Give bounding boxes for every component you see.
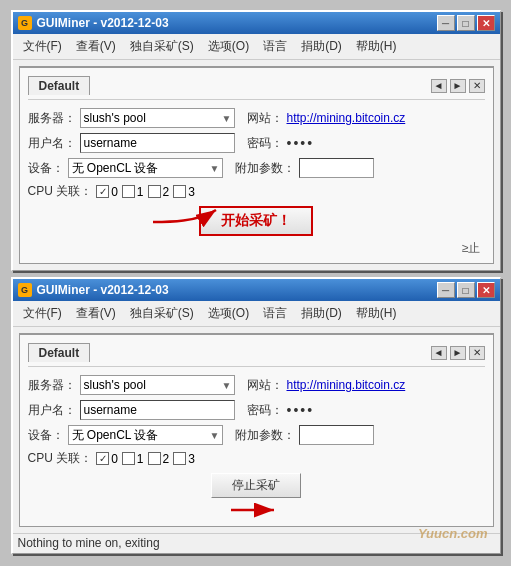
arrow-annotation-1 xyxy=(148,192,228,233)
cpu-check-0-wrap-1: 0 xyxy=(96,185,118,199)
stop-arrow-area xyxy=(28,502,485,520)
panel-tab-2[interactable]: Default xyxy=(28,343,91,362)
extra-params-input-2[interactable] xyxy=(299,425,374,445)
website-link-2[interactable]: http://mining.bitcoin.cz xyxy=(287,378,406,392)
menu-language-1[interactable]: 语言 xyxy=(257,36,293,57)
server-label-2: 服务器： xyxy=(28,377,76,394)
device-arrow-2: ▼ xyxy=(210,430,220,441)
menu-solo-2[interactable]: 独自采矿(S) xyxy=(124,303,200,324)
app-icon-1: G xyxy=(18,16,32,30)
menu-bar-1: 文件(F) 查看(V) 独自采矿(S) 选项(O) 语言 捐助(D) 帮助(H) xyxy=(13,34,500,60)
website-label-2: 网站： xyxy=(247,377,283,394)
title-text-2: GUIMiner - v2012-12-03 xyxy=(37,283,437,297)
user-label-2: 用户名： xyxy=(28,402,76,419)
user-row-2: 用户名： 密码： •••• xyxy=(28,400,485,420)
extra-params-label-1: 附加参数： xyxy=(235,160,295,177)
panel-1: Default ◄ ► ✕ 服务器： slush's pool ▼ 网站： xyxy=(19,66,494,264)
menu-view-1[interactable]: 查看(V) xyxy=(70,36,122,57)
dropdown-arrow-1: ▼ xyxy=(222,113,232,124)
app-icon-2: G xyxy=(18,283,32,297)
cpu-checkbox-0-2[interactable] xyxy=(96,452,109,465)
panel-tab-1[interactable]: Default xyxy=(28,76,91,95)
panel-nav-1: ◄ ► ✕ xyxy=(431,79,485,93)
cpu-checkbox-2-2[interactable] xyxy=(148,452,161,465)
device-dropdown-2[interactable]: 无 OpenCL 设备 ▼ xyxy=(68,425,223,445)
menu-options-1[interactable]: 选项(O) xyxy=(202,36,255,57)
device-label-1: 设备： xyxy=(28,160,64,177)
cpu-checkbox-1-1[interactable] xyxy=(122,185,135,198)
user-input-1[interactable] xyxy=(80,133,235,153)
restore-button-2[interactable]: □ xyxy=(457,282,475,298)
server-dropdown-1[interactable]: slush's pool ▼ xyxy=(80,108,235,128)
minimize-button-1[interactable]: ─ xyxy=(437,15,455,31)
server-dropdown-2[interactable]: slush's pool ▼ xyxy=(80,375,235,395)
menu-language-2[interactable]: 语言 xyxy=(257,303,293,324)
password-display-1: •••• xyxy=(287,135,315,151)
button-row-1: 开始采矿！ xyxy=(28,206,485,236)
device-label-2: 设备： xyxy=(28,427,64,444)
cpu-checkbox-3-2[interactable] xyxy=(173,452,186,465)
stop-button-2[interactable]: 停止采矿 xyxy=(211,473,301,498)
cpu-checkbox-1-2[interactable] xyxy=(122,452,135,465)
panel-area-1: Default ◄ ► ✕ 服务器： slush's pool ▼ 网站： xyxy=(13,60,500,270)
status-text-2: Nothing to mine on, exiting xyxy=(18,536,160,550)
panel-prev-1[interactable]: ◄ xyxy=(431,79,447,93)
dropdown-arrow-2: ▼ xyxy=(222,380,232,391)
restore-button-1[interactable]: □ xyxy=(457,15,475,31)
menu-donate-2[interactable]: 捐助(D) xyxy=(295,303,348,324)
password-label-2: 密码： xyxy=(247,402,283,419)
stop-arrow-svg xyxy=(226,502,286,520)
menu-donate-1[interactable]: 捐助(D) xyxy=(295,36,348,57)
extra-params-input-1[interactable] xyxy=(299,158,374,178)
close-button-2[interactable]: ✕ xyxy=(477,282,495,298)
button-row-2: 停止采矿 xyxy=(28,473,485,498)
panel-nav-2: ◄ ► ✕ xyxy=(431,346,485,360)
cpu-checkbox-0-1[interactable] xyxy=(96,185,109,198)
user-row-1: 用户名： 密码： •••• xyxy=(28,133,485,153)
server-row-2: 服务器： slush's pool ▼ 网站： http://mining.bi… xyxy=(28,375,485,395)
panel-next-2[interactable]: ► xyxy=(450,346,466,360)
menu-bar-2: 文件(F) 查看(V) 独自采矿(S) 选项(O) 语言 捐助(D) 帮助(H) xyxy=(13,301,500,327)
panel-prev-2[interactable]: ◄ xyxy=(431,346,447,360)
title-bar-1: G GUIMiner - v2012-12-03 ─ □ ✕ xyxy=(13,12,500,34)
close-button-1[interactable]: ✕ xyxy=(477,15,495,31)
cpu-label-2: CPU 关联： xyxy=(28,450,93,467)
device-row-1: 设备： 无 OpenCL 设备 ▼ 附加参数： xyxy=(28,158,485,178)
cpu-check-1-wrap-2: 1 xyxy=(122,452,144,466)
website-link-1[interactable]: http://mining.bitcoin.cz xyxy=(287,111,406,125)
extra-params-label-2: 附加参数： xyxy=(235,427,295,444)
cpu-check-2-wrap-2: 2 xyxy=(148,452,170,466)
menu-options-2[interactable]: 选项(O) xyxy=(202,303,255,324)
password-display-2: •••• xyxy=(287,402,315,418)
device-dropdown-1[interactable]: 无 OpenCL 设备 ▼ xyxy=(68,158,223,178)
stop-hint-1: ≥止 xyxy=(28,240,485,257)
menu-help-2[interactable]: 帮助(H) xyxy=(350,303,403,324)
title-text-1: GUIMiner - v2012-12-03 xyxy=(37,16,437,30)
panel-header-1: Default ◄ ► ✕ xyxy=(28,76,485,100)
menu-view-2[interactable]: 查看(V) xyxy=(70,303,122,324)
title-bar-2: G GUIMiner - v2012-12-03 ─ □ ✕ xyxy=(13,279,500,301)
panel-area-2: Default ◄ ► ✕ 服务器： slush's pool ▼ 网站： xyxy=(13,327,500,533)
device-row-2: 设备： 无 OpenCL 设备 ▼ 附加参数： xyxy=(28,425,485,445)
status-bar-2: Nothing to mine on, exiting xyxy=(13,533,500,553)
panel-next-1[interactable]: ► xyxy=(450,79,466,93)
website-label-1: 网站： xyxy=(247,110,283,127)
minimize-button-2[interactable]: ─ xyxy=(437,282,455,298)
menu-solo-1[interactable]: 独自采矿(S) xyxy=(124,36,200,57)
panel-header-2: Default ◄ ► ✕ xyxy=(28,343,485,367)
panel-close-1[interactable]: ✕ xyxy=(469,79,485,93)
menu-help-1[interactable]: 帮助(H) xyxy=(350,36,403,57)
server-label-1: 服务器： xyxy=(28,110,76,127)
menu-file-1[interactable]: 文件(F) xyxy=(17,36,68,57)
cpu-row-1: CPU 关联： 0 1 2 3 xyxy=(28,183,485,200)
cpu-row-2: CPU 关联： 0 1 2 3 xyxy=(28,450,485,467)
panel-close-2[interactable]: ✕ xyxy=(469,346,485,360)
panel-2: Default ◄ ► ✕ 服务器： slush's pool ▼ 网站： xyxy=(19,333,494,527)
arrow-svg-1 xyxy=(148,192,228,230)
menu-file-2[interactable]: 文件(F) xyxy=(17,303,68,324)
title-buttons-1: ─ □ ✕ xyxy=(437,15,495,31)
user-label-1: 用户名： xyxy=(28,135,76,152)
user-input-2[interactable] xyxy=(80,400,235,420)
cpu-check-0-wrap-2: 0 xyxy=(96,452,118,466)
password-label-1: 密码： xyxy=(247,135,283,152)
